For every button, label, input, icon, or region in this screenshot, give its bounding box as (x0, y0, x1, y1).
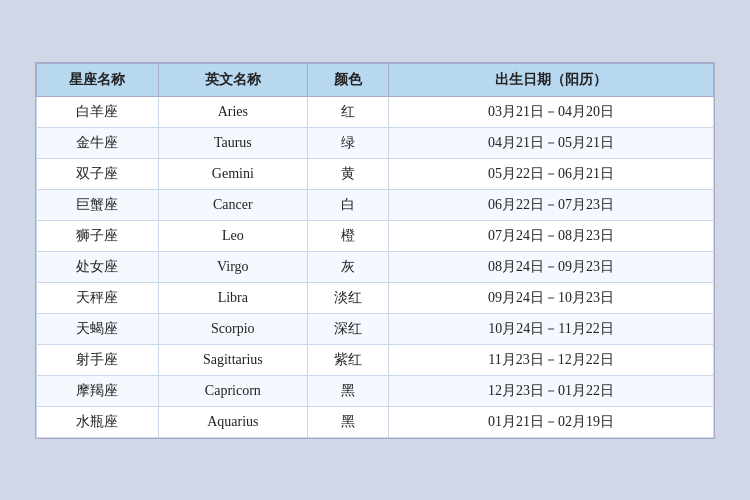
cell-en: Aquarius (158, 406, 307, 437)
cell-cn: 巨蟹座 (37, 189, 159, 220)
cell-color: 灰 (307, 251, 388, 282)
cell-date: 10月24日－11月22日 (389, 313, 714, 344)
cell-cn: 水瓶座 (37, 406, 159, 437)
cell-color: 红 (307, 96, 388, 127)
cell-date: 01月21日－02月19日 (389, 406, 714, 437)
cell-color: 橙 (307, 220, 388, 251)
cell-date: 09月24日－10月23日 (389, 282, 714, 313)
table-row: 天秤座Libra淡红09月24日－10月23日 (37, 282, 714, 313)
header-en: 英文名称 (158, 63, 307, 96)
cell-date: 07月24日－08月23日 (389, 220, 714, 251)
header-cn: 星座名称 (37, 63, 159, 96)
cell-date: 03月21日－04月20日 (389, 96, 714, 127)
cell-color: 深红 (307, 313, 388, 344)
cell-cn: 双子座 (37, 158, 159, 189)
cell-en: Aries (158, 96, 307, 127)
zodiac-table-wrapper: 星座名称 英文名称 颜色 出生日期（阳历） 白羊座Aries红03月21日－04… (35, 62, 715, 439)
cell-cn: 金牛座 (37, 127, 159, 158)
cell-en: Cancer (158, 189, 307, 220)
cell-cn: 狮子座 (37, 220, 159, 251)
cell-date: 12月23日－01月22日 (389, 375, 714, 406)
cell-en: Taurus (158, 127, 307, 158)
cell-date: 06月22日－07月23日 (389, 189, 714, 220)
table-row: 处女座Virgo灰08月24日－09月23日 (37, 251, 714, 282)
table-row: 水瓶座Aquarius黑01月21日－02月19日 (37, 406, 714, 437)
table-row: 狮子座Leo橙07月24日－08月23日 (37, 220, 714, 251)
table-row: 金牛座Taurus绿04月21日－05月21日 (37, 127, 714, 158)
cell-cn: 射手座 (37, 344, 159, 375)
cell-en: Sagittarius (158, 344, 307, 375)
cell-date: 05月22日－06月21日 (389, 158, 714, 189)
cell-cn: 处女座 (37, 251, 159, 282)
cell-color: 黄 (307, 158, 388, 189)
table-body: 白羊座Aries红03月21日－04月20日金牛座Taurus绿04月21日－0… (37, 96, 714, 437)
cell-en: Leo (158, 220, 307, 251)
cell-en: Scorpio (158, 313, 307, 344)
cell-date: 08月24日－09月23日 (389, 251, 714, 282)
cell-cn: 天蝎座 (37, 313, 159, 344)
table-row: 天蝎座Scorpio深红10月24日－11月22日 (37, 313, 714, 344)
cell-en: Virgo (158, 251, 307, 282)
cell-en: Capricorn (158, 375, 307, 406)
header-color: 颜色 (307, 63, 388, 96)
cell-color: 淡红 (307, 282, 388, 313)
cell-cn: 白羊座 (37, 96, 159, 127)
cell-color: 白 (307, 189, 388, 220)
cell-color: 黑 (307, 375, 388, 406)
table-row: 白羊座Aries红03月21日－04月20日 (37, 96, 714, 127)
table-row: 巨蟹座Cancer白06月22日－07月23日 (37, 189, 714, 220)
cell-cn: 摩羯座 (37, 375, 159, 406)
zodiac-table: 星座名称 英文名称 颜色 出生日期（阳历） 白羊座Aries红03月21日－04… (36, 63, 714, 438)
table-row: 双子座Gemini黄05月22日－06月21日 (37, 158, 714, 189)
cell-en: Gemini (158, 158, 307, 189)
cell-date: 04月21日－05月21日 (389, 127, 714, 158)
cell-color: 紫红 (307, 344, 388, 375)
cell-color: 黑 (307, 406, 388, 437)
cell-cn: 天秤座 (37, 282, 159, 313)
cell-color: 绿 (307, 127, 388, 158)
cell-en: Libra (158, 282, 307, 313)
header-date: 出生日期（阳历） (389, 63, 714, 96)
table-header-row: 星座名称 英文名称 颜色 出生日期（阳历） (37, 63, 714, 96)
cell-date: 11月23日－12月22日 (389, 344, 714, 375)
table-row: 摩羯座Capricorn黑12月23日－01月22日 (37, 375, 714, 406)
table-row: 射手座Sagittarius紫红11月23日－12月22日 (37, 344, 714, 375)
